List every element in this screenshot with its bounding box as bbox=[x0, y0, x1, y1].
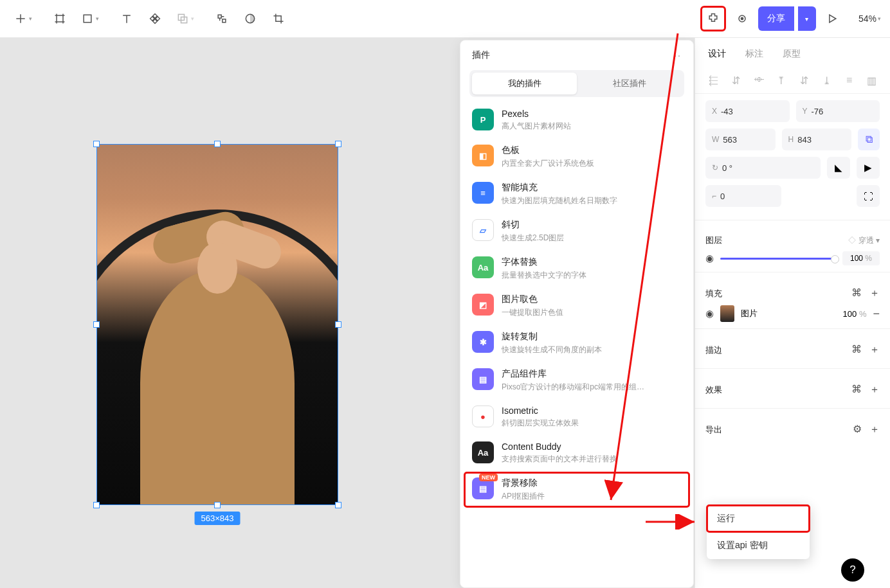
move-tool[interactable]: ▾ bbox=[9, 6, 44, 31]
align-bottom-icon[interactable]: ⤓ bbox=[819, 73, 834, 88]
resize-handle[interactable] bbox=[335, 321, 341, 328]
tab-design[interactable]: 设计 bbox=[708, 48, 726, 60]
plugin-icon: ◧ bbox=[472, 145, 494, 166]
text-tool[interactable] bbox=[114, 6, 139, 31]
layer-section-title: 图层 bbox=[705, 235, 722, 246]
tab-annotate[interactable]: 标注 bbox=[745, 48, 763, 60]
resize-handle[interactable] bbox=[214, 141, 221, 147]
zoom-display[interactable]: 54%▾ bbox=[858, 13, 881, 24]
distribute-icon[interactable]: ≡ bbox=[842, 73, 857, 88]
plugin-name: 产品组件库 bbox=[502, 368, 644, 380]
plugin-item[interactable]: ◧色板内置全套大厂设计系统色板 bbox=[460, 138, 693, 175]
corner-radius-input[interactable]: ⌐0 bbox=[705, 185, 781, 207]
tidy-icon[interactable]: ▥ bbox=[864, 73, 880, 88]
y-input[interactable]: Y-76 bbox=[796, 100, 880, 122]
crop-tool[interactable] bbox=[266, 6, 291, 31]
dimension-badge: 563×843 bbox=[195, 512, 241, 525]
plugin-context-menu: 运行 设置api 密钥 bbox=[707, 505, 810, 559]
svg-point-7 bbox=[741, 17, 743, 19]
new-badge: NEW bbox=[479, 474, 498, 481]
plugin-desc: 快速为图层填充随机姓名日期数字 bbox=[502, 195, 617, 206]
export-settings-icon[interactable]: ⚙ bbox=[853, 423, 862, 436]
fill-visibility-icon[interactable]: ◉ bbox=[705, 308, 714, 319]
context-run[interactable]: 运行 bbox=[707, 505, 810, 532]
align-top-icon[interactable]: ⤒ bbox=[774, 73, 789, 88]
tab-my-plugins[interactable]: 我的插件 bbox=[472, 73, 577, 94]
fill-opacity-value[interactable]: 100 % bbox=[843, 309, 867, 319]
add-effect-icon[interactable]: ＋ bbox=[869, 383, 880, 396]
share-button[interactable]: 分享 bbox=[758, 6, 794, 31]
tab-prototype[interactable]: 原型 bbox=[783, 48, 801, 60]
plugin-item[interactable]: ▤产品组件库Pixso官方设计的移动端和pc端常用的组… bbox=[460, 362, 693, 399]
selected-image[interactable]: 563×843 bbox=[96, 144, 338, 505]
plugin-item[interactable]: ≡智能填充快速为图层填充随机姓名日期数字 bbox=[460, 175, 693, 213]
align-center-h-icon[interactable]: ⇵ bbox=[728, 73, 743, 88]
plugin-panel: 插件 ·· 我的插件 社区插件 PPexels高人气图片素材网站◧色板内置全套大… bbox=[460, 40, 694, 588]
height-input[interactable]: H843 bbox=[782, 129, 852, 150]
tab-community-plugins[interactable]: 社区插件 bbox=[577, 73, 682, 94]
boolean-tool[interactable]: ▾ bbox=[171, 6, 206, 31]
plugin-desc: 斜切图层实现立体效果 bbox=[502, 418, 579, 429]
export-section-title: 导出 bbox=[705, 424, 722, 436]
resize-handle[interactable] bbox=[335, 141, 341, 147]
plugin-button[interactable] bbox=[704, 9, 723, 28]
resize-handle[interactable] bbox=[335, 502, 341, 508]
constrain-proportions-icon[interactable]: ⧉ bbox=[858, 129, 880, 150]
flip-horizontal-icon[interactable]: ◣ bbox=[827, 157, 850, 179]
plugin-item[interactable]: ◩图片取色一键提取图片色值 bbox=[460, 287, 693, 325]
shape-tool[interactable]: ▾ bbox=[76, 6, 111, 31]
visibility-icon[interactable]: ◉ bbox=[705, 253, 714, 264]
rotation-input[interactable]: ↻0 ° bbox=[705, 157, 821, 179]
plugin-icon: ● bbox=[472, 405, 494, 427]
pen-tool[interactable] bbox=[210, 6, 234, 31]
mask-tool[interactable] bbox=[238, 6, 262, 31]
help-badge[interactable]: ? bbox=[841, 558, 864, 582]
effects-style-icon[interactable]: ⌘ bbox=[851, 383, 862, 396]
plugin-panel-more-icon[interactable]: ·· bbox=[674, 50, 682, 60]
component-tool[interactable] bbox=[143, 6, 167, 31]
fill-type-label: 图片 bbox=[741, 308, 758, 319]
plugin-item[interactable]: Aa字体替换批量替换选中文字的字体 bbox=[460, 250, 693, 287]
resize-handle[interactable] bbox=[93, 141, 100, 147]
independent-corners-icon[interactable]: ⛶ bbox=[857, 185, 880, 207]
frame-tool[interactable] bbox=[48, 6, 72, 31]
add-stroke-icon[interactable]: ＋ bbox=[869, 343, 880, 357]
stroke-style-icon[interactable]: ⌘ bbox=[851, 343, 862, 357]
align-left-icon[interactable]: ⬱ bbox=[705, 73, 721, 88]
remove-fill-icon[interactable]: − bbox=[873, 307, 880, 321]
plugin-item[interactable]: PPexels高人气图片素材网站 bbox=[460, 102, 693, 138]
plugin-item[interactable]: ▤NEW背景移除API抠图插件 bbox=[464, 472, 689, 507]
align-middle-icon[interactable]: ⇵ bbox=[796, 73, 812, 88]
plugin-icon: ≡ bbox=[472, 182, 494, 204]
present-button[interactable] bbox=[820, 6, 844, 31]
opacity-value[interactable]: 100 % bbox=[842, 251, 880, 265]
flip-vertical-icon[interactable]: ▶ bbox=[857, 157, 880, 179]
share-dropdown[interactable]: ▾ bbox=[798, 6, 816, 31]
plugin-name: 斜切 bbox=[502, 219, 564, 231]
x-input[interactable]: X-43 bbox=[705, 100, 790, 122]
resize-handle[interactable] bbox=[93, 321, 100, 328]
plugin-item[interactable]: ✱旋转复制快速旋转生成不同角度的副本 bbox=[460, 325, 693, 362]
plugin-desc: 内置全套大厂设计系统色板 bbox=[502, 158, 594, 169]
add-fill-icon[interactable]: ＋ bbox=[869, 287, 880, 300]
fill-swatch[interactable] bbox=[720, 305, 734, 322]
plugin-icon: ◩ bbox=[472, 294, 494, 316]
opacity-slider[interactable] bbox=[720, 258, 836, 260]
stroke-section-title: 描边 bbox=[705, 344, 722, 356]
resize-handle[interactable] bbox=[93, 502, 100, 508]
plugin-item[interactable]: AaContent Buddy支持搜索页面中的文本并进行替换 bbox=[460, 435, 693, 471]
plugin-item[interactable]: ●Isometric斜切图层实现立体效果 bbox=[460, 399, 693, 435]
width-input[interactable]: W563 bbox=[705, 129, 776, 150]
align-right-icon[interactable]: ⬲ bbox=[751, 73, 767, 88]
blend-mode-select[interactable]: ◇ 穿透 ▾ bbox=[848, 235, 880, 246]
plugin-desc: 批量替换选中文字的字体 bbox=[502, 270, 586, 281]
context-set-api-key[interactable]: 设置api 密钥 bbox=[707, 532, 810, 559]
plugin-tabs: 我的插件 社区插件 bbox=[469, 70, 684, 97]
add-export-icon[interactable]: ＋ bbox=[869, 423, 880, 436]
inspect-tool[interactable] bbox=[730, 6, 754, 31]
plugin-desc: 支持搜索页面中的文本并进行替换 bbox=[502, 454, 617, 465]
plugin-item[interactable]: ▱斜切快速生成2.5D图层 bbox=[460, 213, 693, 250]
plugin-icon: ▤NEW bbox=[472, 477, 494, 499]
fill-style-icon[interactable]: ⌘ bbox=[851, 287, 862, 300]
resize-handle[interactable] bbox=[214, 502, 221, 508]
